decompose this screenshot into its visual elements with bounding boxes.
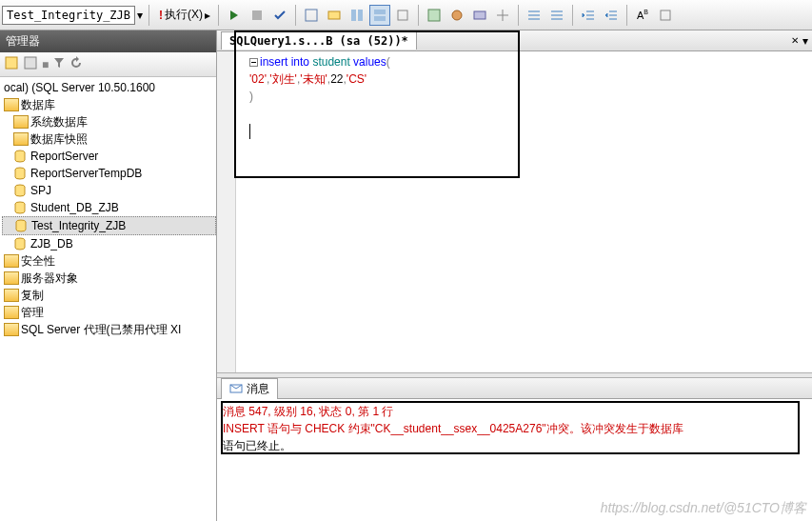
svg-rect-3 — [328, 11, 340, 19]
query-tab[interactable]: SQLQuery1.s...B (sa (52))* — [221, 31, 417, 50]
font-icon[interactable]: AB — [632, 5, 653, 26]
sql-editor[interactable]: insert into student values( '02','刘生','未… — [217, 51, 812, 372]
main-toolbar: ▾ ! 执行(X) ▸ AB — [0, 0, 812, 30]
editor-tabbar: SQLQuery1.s...B (sa (52))* ✕ ▾ — [217, 30, 812, 51]
error-line: INSERT 语句与 CHECK 约束"CK__student__ssex__0… — [223, 420, 806, 437]
tree-db-item[interactable]: Student_DB_ZJB — [2, 199, 216, 216]
svg-rect-4 — [351, 10, 356, 21]
tool-icon[interactable] — [392, 5, 413, 26]
collapse-icon[interactable] — [249, 58, 258, 67]
tree-db-item[interactable]: ZJB_DB — [2, 235, 216, 252]
tree-db-item[interactable]: SPJ — [2, 182, 216, 199]
tool-icon[interactable] — [369, 5, 390, 26]
svg-rect-5 — [358, 10, 363, 21]
svg-rect-9 — [428, 10, 440, 21]
tool-icon[interactable] — [424, 5, 445, 26]
filter-icon[interactable] — [52, 56, 66, 72]
tree-node[interactable]: 安全性 — [2, 252, 216, 270]
message-icon — [229, 382, 243, 395]
svg-rect-12 — [661, 10, 670, 20]
tree-node[interactable]: SQL Server 代理(已禁用代理 XI — [2, 321, 216, 338]
tree-node[interactable]: 管理 — [2, 304, 216, 321]
execute-button[interactable]: ! 执行(X) ▸ — [153, 5, 214, 26]
refresh-icon[interactable] — [69, 56, 83, 72]
messages-tab[interactable]: 消息 — [221, 378, 278, 399]
server-node[interactable]: ocal) (SQL Server 10.50.1600 — [2, 79, 216, 96]
tree-db-item[interactable]: ReportServer — [2, 148, 216, 165]
svg-rect-14 — [25, 57, 36, 69]
tree-db-item[interactable]: Test_Integrity_ZJB — [2, 216, 216, 235]
comment-icon[interactable] — [524, 5, 545, 26]
tree-db-item[interactable]: 系统数据库 — [2, 113, 216, 130]
uncomment-icon[interactable] — [546, 5, 567, 26]
editor-gutter — [217, 51, 236, 372]
indent-icon[interactable] — [601, 5, 622, 26]
debug-icon[interactable] — [224, 5, 245, 26]
exclaim-icon: ! — [159, 9, 163, 22]
svg-rect-2 — [306, 10, 317, 21]
svg-marker-0 — [230, 10, 238, 20]
text-cursor — [249, 124, 250, 139]
stop-icon[interactable] — [247, 5, 267, 26]
parse-icon[interactable] — [269, 5, 290, 26]
outdent-icon[interactable] — [578, 5, 599, 26]
tool-icon[interactable] — [301, 5, 322, 26]
disconnect-icon[interactable] — [23, 55, 38, 73]
svg-rect-11 — [474, 11, 485, 19]
database-selector[interactable] — [2, 6, 135, 25]
tree-node[interactable]: 服务器对象 — [2, 270, 216, 287]
databases-node[interactable]: 数据库 — [2, 96, 216, 113]
object-tree[interactable]: ocal) (SQL Server 10.50.1600 数据库 系统数据库数据… — [0, 77, 216, 340]
object-explorer: 管理器 ■ ocal) (SQL Server 10.50.1600 数据库 系… — [0, 30, 217, 521]
watermark: https://blog.csdn.net/@51CTO博客 — [601, 500, 806, 517]
tool-icon[interactable] — [324, 5, 345, 26]
svg-rect-6 — [374, 10, 386, 14]
tab-menu-icon[interactable]: ▾ — [802, 34, 808, 48]
connect-icon[interactable] — [4, 55, 19, 73]
dropdown-icon[interactable]: ▾ — [137, 9, 143, 22]
svg-point-10 — [452, 10, 462, 20]
svg-rect-1 — [252, 10, 262, 20]
stop-icon[interactable]: ■ — [42, 58, 49, 71]
tree-node[interactable]: 复制 — [2, 287, 216, 304]
tool-icon[interactable] — [469, 5, 490, 26]
tool-icon[interactable] — [347, 5, 367, 26]
tree-db-item[interactable]: ReportServerTempDB — [2, 165, 216, 182]
tool-icon[interactable] — [446, 5, 467, 26]
tree-db-item[interactable]: 数据库快照 — [2, 130, 216, 148]
sidebar-toolbar: ■ — [0, 52, 216, 77]
tool-icon[interactable] — [492, 5, 513, 26]
status-line: 语句已终止。 — [223, 437, 806, 454]
svg-rect-7 — [374, 16, 386, 21]
sidebar-title: 管理器 — [0, 30, 216, 52]
tool-icon[interactable] — [655, 5, 676, 26]
error-line: 消息 547, 级别 16, 状态 0, 第 1 行 — [223, 403, 806, 420]
tab-close-icon[interactable]: ✕ — [791, 35, 799, 46]
svg-rect-13 — [6, 57, 17, 69]
svg-rect-8 — [398, 10, 407, 20]
